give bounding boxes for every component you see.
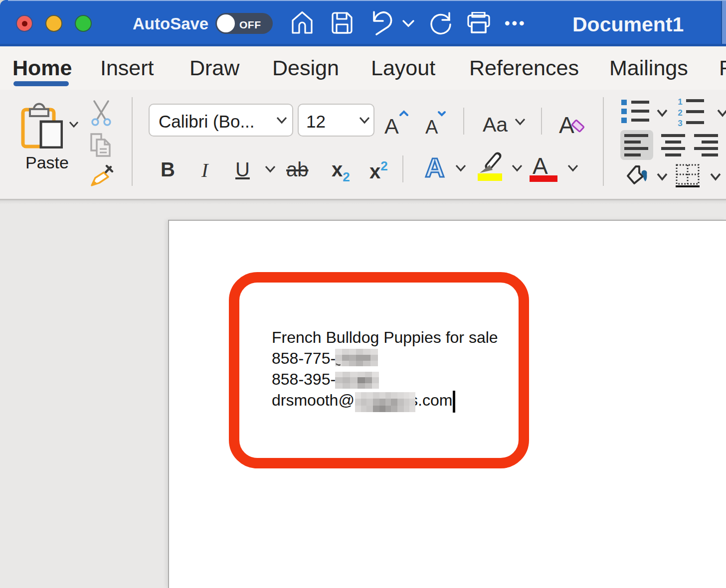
svg-text:3: 3 (678, 119, 682, 127)
svg-text:A: A (425, 154, 445, 179)
svg-text:1: 1 (678, 97, 682, 107)
svg-text:2: 2 (678, 108, 682, 118)
